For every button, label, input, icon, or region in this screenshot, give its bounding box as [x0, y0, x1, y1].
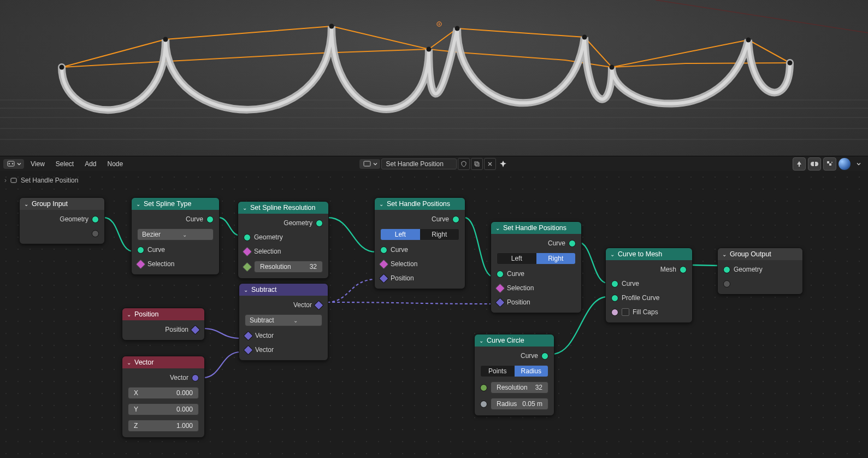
field-label: Resolution [260, 263, 291, 271]
svg-point-19 [12, 163, 13, 164]
socket-vector-out[interactable] [314, 300, 323, 310]
socket-label: Selection [507, 284, 534, 292]
editor-type-dropdown[interactable] [3, 159, 24, 169]
circle-resolution-field[interactable]: Resolution32 [491, 381, 548, 394]
vector-op-dropdown[interactable]: Subtract⌄ [245, 314, 322, 326]
socket-curve-out[interactable] [541, 353, 548, 360]
unlink-button[interactable] [484, 158, 496, 170]
seg-left[interactable]: Left [381, 229, 420, 240]
socket-curve-in[interactable] [380, 246, 387, 254]
field-label: X [134, 389, 138, 397]
data-type-dropdown[interactable] [359, 159, 380, 169]
chevron-down-icon [16, 161, 22, 167]
node-set-spline-resolution[interactable]: ⌄Set Spline Resolution Geometry Geometry… [238, 201, 329, 279]
tool-snap-button[interactable] [808, 157, 821, 171]
socket-curve-out[interactable] [206, 216, 214, 223]
handle-mode-segmented[interactable]: Left Right [497, 253, 576, 265]
fake-user-button[interactable] [458, 158, 470, 170]
tool-shading-caret[interactable] [853, 158, 865, 170]
node-vector[interactable]: ⌄Vector Vector X0.000 Y0.000 Z1.000 [122, 356, 205, 438]
active-node-path-field[interactable]: Set Handle Position [381, 158, 457, 169]
socket-label: Mesh [660, 266, 676, 273]
socket-position-out[interactable] [190, 325, 200, 334]
handle-mode-segmented[interactable]: Left Right [380, 228, 459, 240]
socket-curve-out[interactable] [452, 216, 459, 223]
seg-right[interactable]: Right [536, 253, 576, 264]
menu-view[interactable]: View [26, 158, 49, 169]
seg-radius[interactable]: Radius [515, 366, 548, 377]
socket-vector-in[interactable] [243, 345, 253, 355]
node-group-output[interactable]: ⌄Group Output Geometry [717, 248, 803, 295]
socket-geometry-in[interactable] [723, 266, 730, 273]
socket-vector-out[interactable] [192, 374, 199, 381]
socket-vector-in[interactable] [243, 331, 253, 340]
seg-right[interactable]: Right [420, 229, 459, 240]
node-set-handle-positions-right[interactable]: ⌄Set Handle Positions Curve Left Right C… [491, 221, 582, 313]
node-title-label: Subtract [251, 286, 277, 293]
socket-position-in[interactable] [379, 273, 388, 283]
socket-geometry-out[interactable] [92, 216, 99, 223]
socket-geometry-in[interactable] [244, 234, 251, 241]
seg-points[interactable]: Points [481, 366, 515, 377]
vector-z-field[interactable]: Z1.000 [128, 420, 199, 432]
socket-curve-out[interactable] [569, 240, 576, 247]
node-vector-math-subtract[interactable]: ⌄Subtract Vector Subtract⌄ Vector Vector [239, 283, 328, 361]
socket-selection-in[interactable] [135, 259, 145, 269]
svg-point-18 [9, 163, 10, 164]
socket-curve-in[interactable] [611, 280, 618, 287]
field-label: Resolution [497, 384, 528, 391]
node-group-input[interactable]: ⌄ Group Input Geometry [19, 197, 105, 244]
socket-mesh-out[interactable] [680, 266, 687, 273]
node-title: ⌄ Group Input [20, 198, 104, 210]
svg-point-7 [163, 37, 168, 42]
node-editor-canvas[interactable]: › Set Handle Position ⌄ Group Input [0, 171, 868, 458]
pin-button[interactable] [497, 158, 509, 169]
circle-radius-field[interactable]: Radius0.05 m [491, 398, 548, 410]
socket-profile-in[interactable] [611, 295, 618, 302]
circle-mode-segmented[interactable]: Points Radius [480, 365, 548, 377]
node-title-label: Set Spline Resolution [250, 204, 316, 212]
node-set-handle-positions-left[interactable]: ⌄Set Handle Positions Curve Left Right C… [374, 197, 465, 289]
field-label: Z [134, 422, 138, 430]
socket-virtual-out[interactable] [92, 230, 99, 237]
new-copy-button[interactable] [471, 158, 483, 170]
menu-select[interactable]: Select [51, 158, 78, 169]
node-title-label: Curve Circle [487, 337, 524, 344]
field-label: Radius [497, 400, 517, 408]
socket-selection-in[interactable] [495, 283, 505, 293]
socket-curve-in[interactable] [497, 271, 504, 278]
vector-y-field[interactable]: Y0.000 [128, 403, 199, 415]
resolution-field[interactable]: Resolution32 [254, 261, 323, 273]
socket-curve-in[interactable] [137, 246, 144, 254]
viewport-3d[interactable] [0, 0, 868, 156]
socket-geometry-out[interactable] [316, 220, 323, 227]
duplicate-icon [474, 161, 480, 167]
svg-point-11 [582, 35, 587, 40]
socket-selection-in[interactable] [242, 246, 252, 256]
field-value: 0.000 [176, 406, 193, 413]
node-title-label: Set Handle Positions [387, 200, 450, 208]
tool-arrow-button[interactable] [793, 157, 806, 171]
socket-label: Curve [186, 215, 203, 223]
menu-add[interactable]: Add [80, 158, 101, 169]
socket-position-in[interactable] [495, 297, 505, 307]
spline-type-dropdown[interactable]: Bezier⌄ [137, 228, 214, 240]
field-value: 32 [535, 384, 542, 391]
svg-rect-24 [829, 163, 831, 166]
menu-node[interactable]: Node [103, 158, 128, 169]
socket-int-in[interactable] [480, 384, 487, 391]
seg-left[interactable]: Left [497, 253, 536, 264]
fill-caps-checkbox[interactable] [622, 308, 629, 316]
socket-selection-in[interactable] [379, 259, 388, 269]
tool-overlay-button[interactable] [823, 157, 836, 171]
node-curve-circle[interactable]: ⌄Curve Circle Curve Points Radius Resolu… [474, 334, 554, 416]
socket-bool-in[interactable] [611, 309, 618, 316]
node-set-spline-type[interactable]: ⌄Set Spline Type Curve Bezier⌄ Curve Sel… [131, 197, 220, 275]
vector-x-field[interactable]: X0.000 [128, 387, 199, 399]
socket-int-in[interactable] [242, 262, 252, 272]
socket-float-in[interactable] [480, 401, 487, 408]
node-position[interactable]: ⌄Position Position [122, 308, 205, 340]
socket-virtual-in[interactable] [723, 280, 730, 287]
node-curve-to-mesh[interactable]: ⌄Curve to Mesh Mesh Curve Profile Curve … [605, 248, 693, 323]
tool-shading-dropdown[interactable] [839, 158, 851, 170]
